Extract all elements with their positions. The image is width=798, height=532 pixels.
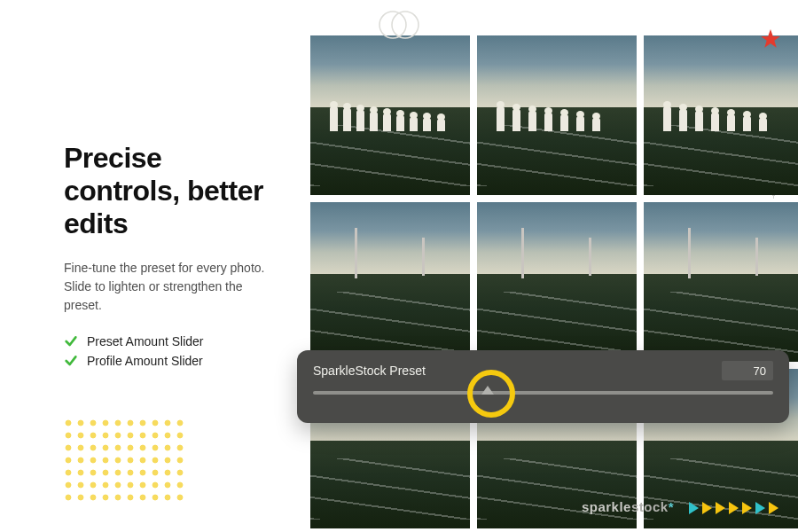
triangle-icon xyxy=(716,502,725,514)
feature-item: Preset Amount Slider xyxy=(64,334,275,348)
brand-logo: sparklestock* xyxy=(582,499,674,514)
svg-point-0 xyxy=(379,12,406,38)
feature-label: Profile Amount Slider xyxy=(87,354,203,368)
star-icon xyxy=(759,28,782,55)
preview-thumb xyxy=(310,202,470,362)
triangle-row xyxy=(689,502,778,514)
feature-label: Preset Amount Slider xyxy=(87,334,204,348)
check-icon xyxy=(64,354,78,368)
preview-thumb xyxy=(644,202,798,362)
preview-grid xyxy=(310,35,798,528)
triangle-icon xyxy=(755,502,765,514)
subheadline: Fine-tune the preset for every photo. Sl… xyxy=(64,259,275,315)
feature-item: Profile Amount Slider xyxy=(64,354,275,368)
preview-thumb xyxy=(477,35,637,195)
slider-track[interactable] xyxy=(313,391,773,395)
triangle-icon xyxy=(769,502,778,514)
triangle-icon xyxy=(742,502,752,514)
preview-thumb xyxy=(310,35,470,195)
triangle-icon xyxy=(702,502,712,514)
feature-list: Preset Amount Slider Profile Amount Slid… xyxy=(64,334,275,373)
brand-part-1: sparkle xyxy=(582,499,631,514)
venn-icon xyxy=(374,9,424,44)
slider-name: SparkleStock Preset xyxy=(313,364,426,378)
svg-point-1 xyxy=(392,12,419,38)
triangle-icon xyxy=(729,502,739,514)
check-icon xyxy=(64,334,78,348)
triangle-icon xyxy=(689,502,699,514)
slider-value-input[interactable]: 70 xyxy=(722,361,773,380)
brand-part-2: stock xyxy=(631,499,669,514)
preview-thumb xyxy=(477,202,637,362)
dot-pattern xyxy=(62,417,186,505)
preview-thumb xyxy=(644,35,798,195)
preset-slider-panel: SparkleStock Preset 70 xyxy=(297,350,789,423)
headline: Precise controls, better edits xyxy=(64,142,275,239)
slider-thumb[interactable] xyxy=(481,386,494,395)
